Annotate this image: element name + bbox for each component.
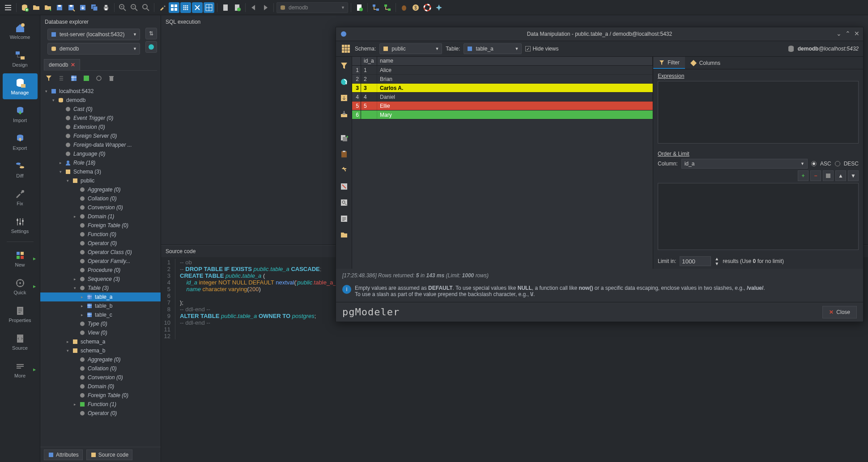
delete-icon[interactable]: [106, 73, 116, 83]
tree-node[interactable]: Foreign-data Wrapper ...: [40, 140, 161, 149]
close-icon[interactable]: ✕: [854, 30, 859, 37]
edit-icon[interactable]: [338, 180, 350, 193]
cell-id[interactable]: 2: [361, 75, 377, 83]
sidebar-import[interactable]: Import: [3, 101, 38, 127]
object-tree[interactable]: ▾localhost:5432▾demodbCast (0)Event Trig…: [40, 86, 161, 447]
expand-icon[interactable]: ▾: [51, 98, 55, 102]
undo-icon[interactable]: [338, 164, 350, 177]
sidebar-manage[interactable]: Manage: [3, 73, 38, 99]
tree-node[interactable]: Cast (0): [40, 105, 161, 114]
new-db-icon[interactable]: [19, 2, 30, 13]
expression-input[interactable]: [658, 81, 859, 144]
tree-node[interactable]: ▸schema_a: [40, 337, 161, 346]
tree-node[interactable]: ▸Domain (1): [40, 212, 161, 221]
columns-tab[interactable]: Columns: [685, 57, 726, 69]
hide-views-checkbox[interactable]: ✓ Hide views: [525, 46, 558, 52]
tree-node[interactable]: Aggregate (0): [40, 185, 161, 194]
tree-node[interactable]: Operator (0): [40, 239, 161, 248]
new-page-icon[interactable]: [354, 2, 365, 13]
table-row[interactable]: 11Alice: [352, 66, 653, 75]
filter-tool-icon[interactable]: [338, 59, 350, 72]
sidebar-properties[interactable]: Properties: [3, 301, 38, 327]
tree-node[interactable]: ▸table_b: [40, 301, 161, 310]
tree-node[interactable]: ▸Function (1): [40, 400, 161, 409]
brush-icon[interactable]: [157, 2, 168, 13]
expand-icon[interactable]: ▸: [72, 402, 77, 407]
script-icon[interactable]: [338, 212, 350, 225]
expand-icon[interactable]: ▾: [58, 170, 63, 174]
limit-spinner[interactable]: ▲▼: [715, 256, 719, 266]
open-recent-icon[interactable]: [43, 2, 53, 13]
tree-node[interactable]: ▸table_c: [40, 310, 161, 319]
next-icon[interactable]: [260, 2, 271, 13]
expand-icon[interactable]: ▾: [44, 89, 48, 93]
save-icon[interactable]: [54, 2, 65, 13]
expand-icon[interactable]: ▸: [58, 161, 63, 165]
cell-name[interactable]: Carlos A.: [377, 84, 653, 92]
tree-node[interactable]: ▸Sequence (3): [40, 275, 161, 284]
maximize-icon[interactable]: ⌃: [845, 30, 851, 37]
relation2-icon[interactable]: [382, 2, 393, 13]
move-up-button[interactable]: ▲: [835, 170, 846, 181]
tree-node[interactable]: Foreign Table (0): [40, 391, 161, 400]
cell-name[interactable]: Ellie: [377, 102, 653, 110]
tree-node[interactable]: Conversion (0): [40, 203, 161, 212]
schema-select[interactable]: public ▼: [379, 43, 442, 54]
tree-node[interactable]: Conversion (0): [40, 373, 161, 382]
layout-grid-icon[interactable]: [204, 2, 214, 13]
desc-radio[interactable]: [835, 161, 840, 166]
expand-icon[interactable]: ▸: [80, 295, 84, 299]
tree-node[interactable]: Foreign Table (0): [40, 221, 161, 230]
snap-icon[interactable]: [192, 2, 203, 13]
expand-icon[interactable]: ▾: [72, 286, 77, 290]
filter-icon[interactable]: [44, 73, 54, 83]
page-icon[interactable]: [220, 2, 231, 13]
database-select[interactable]: demodb ▼: [47, 43, 140, 55]
zoom-fit-icon[interactable]: [140, 2, 151, 13]
sidebar-new[interactable]: ▶New: [3, 246, 38, 271]
tree-node[interactable]: ▾Table (3): [40, 284, 161, 292]
connection-select[interactable]: test-server (localhost:5432) ▼: [47, 29, 140, 40]
collapse-icon[interactable]: [56, 73, 66, 83]
expand-icon[interactable]: ▸: [65, 339, 70, 344]
tree-node[interactable]: Function (0): [40, 230, 161, 239]
relation-icon[interactable]: [370, 2, 381, 13]
cell-name[interactable]: Daniel: [377, 93, 653, 101]
toolbar-db-select[interactable]: demodb ▼: [277, 2, 348, 13]
sidebar-settings[interactable]: Settings: [3, 212, 38, 238]
sidebar-more[interactable]: ▶More: [3, 356, 38, 382]
tree-node[interactable]: ▾schema_b: [40, 346, 161, 355]
table-tool-icon[interactable]: [69, 73, 79, 83]
expand-icon[interactable]: ▸: [72, 214, 77, 219]
minimize-icon[interactable]: ⌄: [836, 30, 842, 37]
expand-icon[interactable]: ▸: [80, 304, 84, 308]
connection-action-icon[interactable]: ⇅: [145, 28, 157, 39]
tree-node[interactable]: Type (0): [40, 319, 161, 328]
add-order-button[interactable]: +: [798, 170, 808, 181]
tree-node[interactable]: Domain (0): [40, 382, 161, 391]
data-tool-icon[interactable]: [81, 73, 91, 83]
cell-id[interactable]: 5: [361, 102, 377, 110]
cell-name[interactable]: Mary: [377, 110, 653, 119]
col-header-name[interactable]: name: [377, 57, 653, 65]
source-code-tab[interactable]: Source code: [86, 449, 132, 460]
expand-icon[interactable]: ▾: [65, 348, 70, 353]
table-row[interactable]: 22Brian: [352, 75, 653, 84]
expand-icon[interactable]: ▾: [65, 178, 70, 183]
order-column-select[interactable]: id_a▼: [681, 159, 808, 169]
cell-id[interactable]: 3: [361, 84, 377, 92]
filter-tab[interactable]: Filter: [653, 57, 685, 69]
tree-node[interactable]: ▸Role (18): [40, 158, 161, 167]
tree-node[interactable]: Extension (0): [40, 123, 161, 131]
sidebar-design[interactable]: Design: [3, 46, 38, 72]
cell-id[interactable]: 4: [361, 93, 377, 101]
donate-icon[interactable]: $: [410, 2, 421, 13]
asc-radio[interactable]: [811, 161, 817, 166]
find-icon[interactable]: [338, 196, 350, 209]
tree-node[interactable]: ▾localhost:5432: [40, 87, 161, 96]
folder-icon[interactable]: [338, 229, 350, 241]
tree-node[interactable]: Foreign Server (0): [40, 131, 161, 140]
table-row[interactable]: 6Mary: [352, 110, 653, 119]
sidebar-source[interactable]: Source: [3, 329, 38, 355]
sidebar-diff[interactable]: Diff: [3, 157, 38, 182]
